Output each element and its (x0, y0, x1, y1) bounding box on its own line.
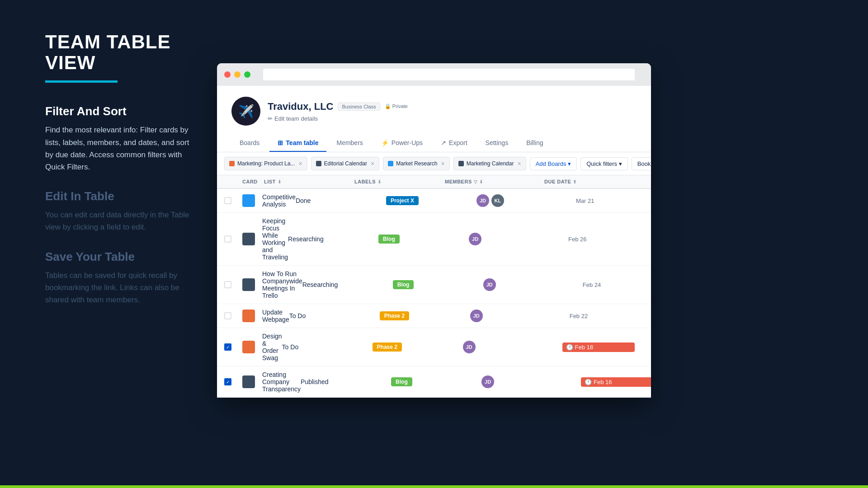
list-col-label: LIST (264, 179, 276, 184)
row-5-checkbox[interactable]: ✓ (224, 343, 231, 351)
team-header: ✈️ Travidux, LLC Business Class 🔒 Privat… (217, 86, 651, 152)
bookmark-button[interactable]: Bookma... (632, 157, 651, 170)
clock-icon: 🕐 (566, 344, 573, 351)
tab-settings[interactable]: Settings (477, 135, 517, 152)
row-3-member-1[interactable]: JD (483, 278, 496, 291)
row-2-member-1[interactable]: JD (469, 233, 481, 245)
row-6-checkbox[interactable]: ✓ (224, 378, 231, 385)
row-1-checkbox[interactable] (224, 197, 231, 204)
board-name-2: Editorial Calendar (324, 160, 367, 167)
close-board-2[interactable]: × (371, 160, 374, 167)
tab-boards[interactable]: Boards (231, 135, 268, 152)
row-1-label[interactable]: Project X (386, 196, 476, 205)
row-1-member-2[interactable]: KL (491, 194, 504, 207)
minimize-button-dot[interactable] (234, 71, 241, 78)
business-class-badge: Business Class (338, 103, 380, 111)
tab-team-table-label: Team table (286, 139, 318, 146)
row-1-list[interactable]: Done (296, 197, 386, 204)
tab-team-table[interactable]: ⊞ Team table (269, 135, 326, 152)
row-2-label[interactable]: Blog (378, 235, 469, 244)
boards-bar: Marketing: Product La... × Editorial Cal… (217, 152, 651, 175)
row-6-card-name[interactable]: Creating Company Transparency (259, 371, 301, 393)
row-4-label[interactable]: Phase 2 (380, 311, 470, 320)
row-2-list[interactable]: Researching (288, 235, 378, 243)
edit-icon: ✏ (268, 115, 273, 122)
row-3-members: JD (483, 278, 583, 291)
row-2-card-name[interactable]: Keeping Focus While Working and Travelin… (259, 217, 288, 261)
row-6-label-badge: Blog (391, 377, 412, 386)
board-chip-3[interactable]: Market Research × (383, 157, 450, 170)
labels-col-label: LABELS (354, 179, 376, 184)
row-1-card-name[interactable]: Competitive Analysis (259, 193, 296, 208)
team-name: Travidux, LLC (268, 101, 333, 113)
row-4-card-name[interactable]: Update Webpage (259, 309, 289, 323)
browser-chrome (217, 63, 651, 86)
board-name-1: Marketing: Product La... (237, 160, 295, 167)
table-row: How To Run Companywide Meetings In Trell… (217, 266, 651, 304)
table-row: Update Webpage To Do Phase 2 JD Feb 22 (217, 304, 651, 328)
tab-billing[interactable]: Billing (518, 135, 551, 152)
row-4-members: JD (470, 310, 570, 322)
edit-team-link[interactable]: ✏ Edit team details (268, 115, 408, 122)
tab-members[interactable]: Members (328, 135, 371, 152)
row-3-label[interactable]: Blog (393, 280, 483, 289)
row-6-member-1[interactable]: JD (481, 375, 494, 388)
close-board-3[interactable]: × (441, 160, 445, 167)
col-header-due-date[interactable]: DUE DATE ⬆ (544, 179, 617, 184)
close-board-4[interactable]: × (517, 160, 521, 167)
board-color-1 (229, 161, 235, 166)
row-3-list[interactable]: Researching (302, 281, 393, 288)
table-row: Keeping Focus While Working and Travelin… (217, 213, 651, 266)
url-bar[interactable] (263, 69, 635, 80)
row-5-due-date: 🕐 Feb 18 (562, 343, 635, 352)
col-header-card: CARD (242, 179, 264, 184)
col-header-list[interactable]: LIST ⬇ (264, 179, 354, 184)
col-header-members[interactable]: MEMBERS ▽ ⬇ (445, 179, 544, 184)
row-5-label[interactable]: Phase 2 (373, 343, 463, 352)
row-5-list[interactable]: To Do (282, 343, 373, 351)
powerups-icon: ⚡ (381, 139, 389, 146)
row-4-member-1[interactable]: JD (470, 310, 483, 322)
board-chip-1[interactable]: Marketing: Product La... × (224, 157, 307, 170)
tab-powerups[interactable]: ⚡ Power-Ups (373, 135, 431, 152)
right-panel: ✈️ Travidux, LLC Business Class 🔒 Privat… (217, 0, 868, 488)
row-3-card-name[interactable]: How To Run Companywide Meetings In Trell… (259, 270, 302, 299)
row-6-list[interactable]: Published (301, 378, 391, 385)
row-6-label[interactable]: Blog (391, 377, 481, 386)
row-1-due-date: Mar 21 (576, 197, 648, 204)
row-5-card-name[interactable]: Design & Order Swag (259, 333, 282, 361)
section-edit-table: Edit In Table You can edit card data dir… (45, 189, 190, 233)
board-chip-2[interactable]: Editorial Calendar × (311, 157, 380, 170)
close-button-dot[interactable] (224, 71, 231, 78)
tab-export-label: Export (449, 139, 467, 146)
col-header-labels[interactable]: LABELS ⬇ (354, 179, 445, 184)
close-board-1[interactable]: × (298, 160, 302, 167)
row-3-checkbox[interactable] (224, 281, 231, 288)
board-color-3 (388, 161, 393, 166)
team-name-row: Travidux, LLC Business Class 🔒 Private (268, 101, 408, 113)
members-filter-icon: ▽ (474, 179, 478, 184)
quick-filters-button[interactable]: Quick filters ▾ (580, 157, 628, 170)
row-2-members: JD (469, 233, 568, 245)
maximize-button-dot[interactable] (244, 71, 250, 78)
add-boards-button[interactable]: Add Boards ▾ (530, 157, 577, 170)
row-1-member-1[interactable]: JD (476, 194, 489, 207)
row-4-list[interactable]: To Do (289, 312, 380, 319)
team-info: ✈️ Travidux, LLC Business Class 🔒 Privat… (231, 97, 637, 126)
row-5-due-date-text: Feb 18 (575, 344, 593, 351)
row-2-checkbox[interactable] (224, 235, 231, 243)
row-6-due-date-text: Feb 16 (594, 379, 612, 385)
board-chip-4[interactable]: Marketing Calendar × (453, 157, 526, 170)
row-6-due-date: 🕐 Feb 16 (581, 377, 651, 387)
board-name-4: Marketing Calendar (467, 160, 514, 167)
row-2-label-badge: Blog (378, 235, 400, 244)
row-5-member-1[interactable]: JD (463, 341, 476, 353)
row-4-checkbox[interactable] (224, 312, 231, 319)
private-badge: 🔒 Private (385, 103, 408, 109)
tab-export[interactable]: ↗ Export (433, 135, 475, 152)
row-2-due-date: Feb 26 (568, 236, 641, 243)
board-name-3: Market Research (396, 160, 437, 167)
row-4-card-icon (242, 310, 255, 322)
row-2-card-icon (242, 233, 255, 245)
table-row: ✓ Design & Order Swag To Do Phase 2 JD 🕐… (217, 328, 651, 366)
